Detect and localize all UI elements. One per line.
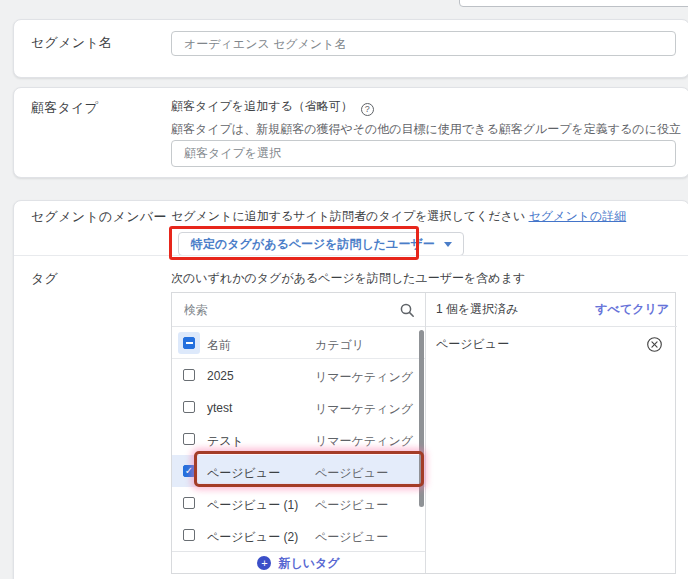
- help-icon[interactable]: ?: [361, 103, 374, 116]
- remove-item-icon[interactable]: [646, 336, 663, 353]
- selected-panel-header: 1 個を選択済み すべてクリア: [426, 293, 677, 327]
- column-header-category: カテゴリ: [315, 337, 364, 354]
- chevron-down-icon: [444, 242, 452, 247]
- section-divider: [14, 255, 688, 256]
- row-checkbox[interactable]: [183, 433, 195, 445]
- segment-name-card: セグメント名: [13, 19, 688, 78]
- segment-name-label: セグメント名: [31, 34, 112, 52]
- list-scrollbar[interactable]: [419, 330, 424, 507]
- table-row[interactable]: ページビュー (2) ページビュー: [172, 519, 425, 551]
- tag-search-input[interactable]: [184, 300, 374, 320]
- customer-type-label: 顧客タイプ: [31, 99, 98, 117]
- selected-count: 1 個を選択済み: [436, 301, 519, 318]
- segment-members-card: セグメントのメンバー セグメントに追加するサイト訪問者のタイプを選択してください…: [13, 200, 688, 579]
- tag-search-row: [172, 293, 425, 327]
- segment-detail-link[interactable]: セグメントの詳細: [529, 209, 627, 223]
- customer-type-line1: 顧客タイプを追加する（省略可）?: [171, 98, 374, 116]
- column-header-name: 名前: [207, 337, 231, 354]
- row-checkbox[interactable]: [183, 497, 195, 509]
- table-row[interactable]: テスト リマーケティング: [172, 423, 425, 455]
- segment-members-description: セグメントに追加するサイト訪問者のタイプを選択してください セグメントの詳細: [171, 208, 626, 225]
- plus-icon: +: [257, 556, 271, 570]
- table-row[interactable]: 2025 リマーケティング: [172, 359, 425, 391]
- tags-description: 次のいずれかのタグがあるページを訪問したユーザーを含めます: [171, 270, 525, 287]
- search-icon[interactable]: [399, 302, 415, 318]
- new-tag-button[interactable]: + 新しいタグ: [172, 551, 425, 574]
- clear-all-button[interactable]: すべてクリア: [595, 301, 669, 318]
- segment-members-label: セグメントのメンバー: [31, 208, 167, 226]
- select-all-checkbox[interactable]: [183, 337, 195, 349]
- row-checkbox[interactable]: [183, 529, 195, 541]
- top-cutoff-panel: [459, 0, 688, 7]
- table-row[interactable]: ytest リマーケティング: [172, 391, 425, 423]
- tag-picker-table: 名前 カテゴリ 2025 リマーケティング ytest リマーケティング テスト…: [171, 292, 676, 574]
- tags-label: タグ: [31, 270, 58, 288]
- row-checkbox[interactable]: [183, 369, 195, 381]
- selected-item: ページビュー: [426, 327, 677, 361]
- row-checkbox[interactable]: [183, 401, 195, 413]
- table-row-pageview-selected[interactable]: ページビュー ページビュー: [172, 455, 425, 487]
- customer-type-card: 顧客タイプ 顧客タイプを追加する（省略可）? 顧客タイプは、新規顧客の獲得やその…: [13, 87, 688, 178]
- customer-type-select[interactable]: 顧客タイプを選択: [171, 140, 676, 167]
- member-type-dropdown[interactable]: 特定のタグがあるページを訪問したユーザー: [178, 232, 464, 256]
- tag-list-header: 名前 カテゴリ: [172, 327, 425, 359]
- segment-name-input[interactable]: [171, 31, 676, 56]
- table-row[interactable]: ページビュー (1) ページビュー: [172, 487, 425, 519]
- row-checkbox[interactable]: [183, 465, 195, 477]
